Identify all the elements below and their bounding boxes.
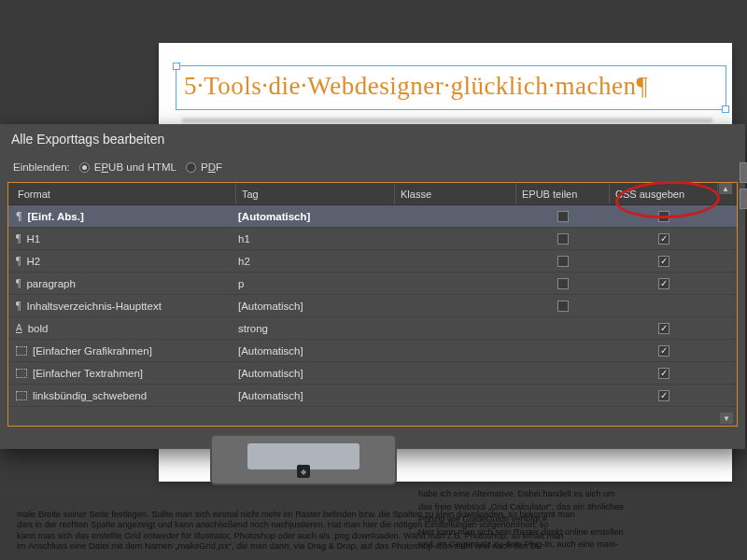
col-css-ausgeben[interactable]: CSS ausgeben — [610, 183, 718, 204]
col-tag[interactable]: Tag — [236, 183, 395, 204]
checkbox[interactable] — [557, 301, 569, 312]
tag-value: p — [236, 278, 395, 289]
tag-value: h2 — [236, 256, 395, 267]
radio-epub-html[interactable]: EPUB und HTML — [79, 161, 176, 173]
export-tags-dialog: Alle Exporttags bearbeiten Einblenden: E… — [0, 124, 745, 449]
checkbox[interactable] — [658, 278, 669, 289]
format-name: paragraph — [26, 278, 75, 289]
table-row[interactable]: linksbündig_schwebend[Automatisch] — [8, 385, 737, 407]
show-label: Einblenden: — [13, 161, 70, 173]
table-row[interactable]: Aboldstrong — [8, 317, 737, 340]
checkbox[interactable] — [557, 211, 569, 222]
tag-value: [Automatisch] — [236, 211, 395, 222]
headline-text: 5·Tools·die·Webdesigner·glücklich·machen… — [176, 66, 726, 106]
checkbox[interactable] — [658, 345, 669, 357]
checkbox[interactable] — [557, 278, 569, 289]
object-style-icon — [16, 346, 27, 356]
table-header: Format Tag Klasse EPUB teilen CSS ausgeb… — [8, 183, 737, 205]
checkbox[interactable] — [658, 368, 669, 379]
col-epub-teilen[interactable]: EPUB teilen — [516, 183, 610, 204]
format-name: bold — [28, 323, 49, 334]
paragraph-style-icon: ¶ — [16, 276, 21, 290]
table-row[interactable]: ¶paragraphp — [8, 273, 737, 295]
col-klasse[interactable]: Klasse — [395, 183, 516, 204]
dialog-side-button-2[interactable] — [740, 189, 747, 209]
radio-pdf[interactable]: PDF — [186, 161, 222, 173]
paragraph-style-icon: ¶ — [16, 209, 21, 223]
article-wide-bottom: male Breite seiner Seite festlegen. Soll… — [17, 510, 730, 553]
home-icon: ◆ — [297, 465, 310, 478]
character-style-icon: A — [16, 323, 22, 333]
format-name: linksbündig_schwebend — [33, 390, 147, 401]
object-style-icon — [16, 391, 27, 400]
table-row[interactable]: ¶H1h1 — [8, 228, 737, 250]
format-name: Inhaltsverzeichnis-Haupttext — [26, 301, 161, 312]
checkbox[interactable] — [658, 323, 669, 334]
scroll-down-icon[interactable]: ▼ — [720, 413, 733, 424]
radio-dot-icon — [79, 162, 90, 173]
table-row[interactable]: ¶H2h2 — [8, 250, 737, 273]
table-row[interactable]: [Einfacher Grafikrahmen][Automatisch] — [8, 340, 737, 362]
checkbox[interactable] — [658, 233, 669, 245]
headline-text-frame[interactable]: 5·Tools·die·Webdesigner·glücklich·machen… — [176, 65, 726, 110]
checkbox[interactable] — [658, 256, 669, 267]
scroll-up-icon[interactable]: ▲ — [719, 183, 732, 194]
paragraph-style-icon: ¶ — [16, 231, 21, 245]
checkbox[interactable] — [658, 390, 669, 401]
checkbox[interactable] — [557, 256, 569, 267]
object-style-icon — [16, 369, 27, 378]
tag-value: strong — [236, 323, 395, 334]
tag-value: [Automatisch] — [236, 368, 395, 379]
dialog-title: Alle Exporttags bearbeiten — [0, 124, 745, 156]
tag-value: h1 — [236, 233, 395, 245]
table-row[interactable]: [Einfacher Textrahmen][Automatisch] — [8, 362, 737, 385]
paragraph-style-icon: ¶ — [16, 299, 21, 313]
checkbox[interactable] — [658, 211, 669, 222]
format-name: [Einfacher Textrahmen] — [33, 368, 143, 379]
format-name: [Einfacher Grafikrahmen] — [33, 345, 152, 357]
table-row[interactable]: ¶Inhaltsverzeichnis-Haupttext[Automatisc… — [8, 295, 737, 317]
dialog-side-button-1[interactable] — [740, 162, 747, 183]
export-tags-table: Format Tag Klasse EPUB teilen CSS ausgeb… — [7, 182, 738, 427]
tag-value: [Automatisch] — [236, 345, 395, 357]
format-name: [Einf. Abs.] — [27, 211, 83, 222]
paragraph-style-icon: ¶ — [16, 254, 21, 268]
tag-value: [Automatisch] — [236, 390, 395, 401]
table-row[interactable]: ¶[Einf. Abs.][Automatisch] — [8, 205, 737, 228]
format-name: H2 — [26, 256, 40, 267]
radio-dot-icon — [186, 162, 196, 173]
format-name: H1 — [26, 233, 40, 245]
col-format[interactable]: Format — [12, 183, 236, 204]
device-mock-image: ◆ — [210, 434, 397, 485]
tag-value: [Automatisch] — [236, 301, 395, 312]
checkbox[interactable] — [557, 233, 569, 245]
